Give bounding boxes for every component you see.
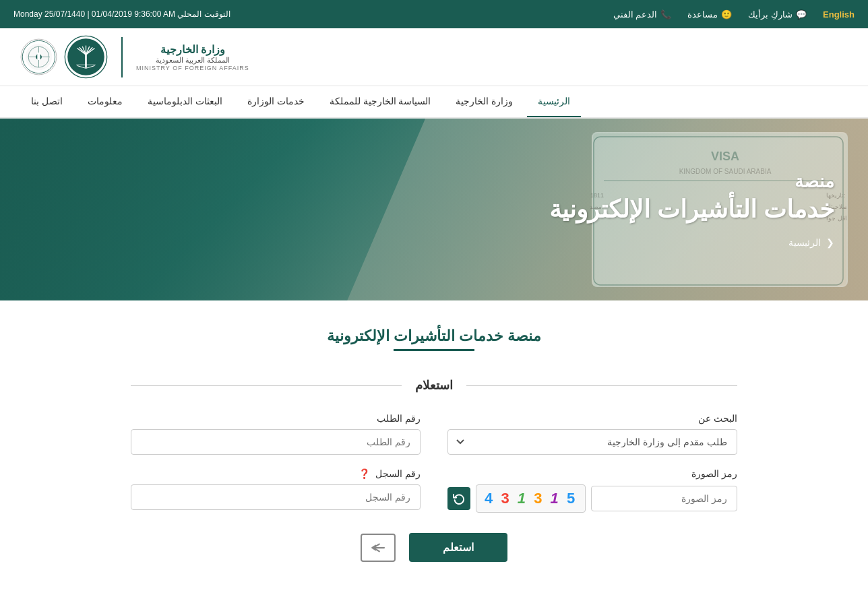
nav-item-foreign-policy[interactable]: السياسة الخارجية للمملكة <box>319 86 442 117</box>
share-icon: 💬 <box>796 9 807 20</box>
inquiry-line-left <box>131 385 402 386</box>
captcha-row: 4 3 1 3 1 5 <box>447 484 737 513</box>
inquiry-label: استعلام <box>415 378 453 393</box>
svg-rect-2 <box>85 55 87 68</box>
hero-title-sub: خدمات التأشيرات الإلكترونية <box>549 195 834 224</box>
captcha-refresh-button[interactable] <box>447 487 470 510</box>
support-link[interactable]: 📞 الدعم الفني <box>613 9 672 20</box>
help-icon: 🙂 <box>721 9 732 20</box>
nav-item-info[interactable]: معلومات <box>77 86 133 117</box>
captcha-form-group: رمز الصورة 4 3 1 3 1 5 <box>447 468 737 513</box>
help-link[interactable]: 🙂 مساعدة <box>687 9 732 20</box>
phone-icon: 📞 <box>660 9 671 20</box>
logo-text: وزارة الخارجية المملكة العربية السعودية … <box>136 43 249 71</box>
logo-divider <box>121 37 123 77</box>
nav-item-missions[interactable]: البعثات الدبلوماسية <box>137 86 233 117</box>
captcha-label: رمز الصورة <box>447 468 737 479</box>
request-number-input[interactable] <box>131 429 421 455</box>
breadcrumb-home[interactable]: الرئيسية <box>788 237 821 248</box>
hero-banner: VISA KINGDOM OF SAUDI ARABIA Date: 16/10… <box>0 119 868 300</box>
hero-content: منصة خدمات التأشيرات الإلكترونية ❮ الرئي… <box>516 151 868 268</box>
main-nav: الرئيسية وزارة الخارجية السياسة الخارجية… <box>0 86 868 119</box>
back-button[interactable] <box>361 534 396 562</box>
ministry-seal-icon <box>20 38 57 75</box>
nav-item-ministry[interactable]: وزارة الخارجية <box>445 86 524 117</box>
breadcrumb: ❮ الرئيسية <box>549 237 834 248</box>
captcha-image: 4 3 1 3 1 5 <box>476 484 586 513</box>
record-number-form-group: رقم السجل ❓ <box>131 468 421 513</box>
section-underline <box>394 349 474 351</box>
logo-english-name: MINISTRY OF FOREIGN AFFAIRS <box>136 65 249 71</box>
top-bar-left: English 💬 شاركِ برأيك 🙂 مساعدة 📞 الدعم ا… <box>613 9 855 20</box>
inquiry-divider-row: استعلام <box>131 378 737 393</box>
captcha-input[interactable] <box>591 486 737 511</box>
help-circle-icon[interactable]: ❓ <box>359 468 370 479</box>
nav-item-contact[interactable]: اتصل بنا <box>20 86 73 117</box>
nav-item-home[interactable]: الرئيسية <box>527 86 581 117</box>
hero-title-main: منصة <box>549 171 834 192</box>
record-number-label: رقم السجل ❓ <box>131 468 421 479</box>
english-link[interactable]: English <box>823 9 855 20</box>
inquiry-line-right <box>466 385 737 386</box>
nav-list: الرئيسية وزارة الخارجية السياسة الخارجية… <box>0 86 868 117</box>
main-content: منصة خدمات التأشيرات الإلكترونية استعلام… <box>0 300 868 602</box>
logo-arabic-name: وزارة الخارجية <box>136 43 249 56</box>
page-section-title: منصة خدمات التأشيرات الإلكترونية <box>54 327 814 345</box>
record-number-input[interactable] <box>131 484 421 510</box>
search-label: البحث عن <box>447 413 737 424</box>
breadcrumb-separator: ❮ <box>826 237 834 248</box>
request-number-form-group: رقم الطلب <box>131 413 421 455</box>
inquiry-button[interactable]: استعلم <box>409 533 507 562</box>
logo-area: وزارة الخارجية المملكة العربية السعودية … <box>20 35 249 79</box>
nav-item-services[interactable]: خدمات الوزارة <box>237 86 315 117</box>
header: وزارة الخارجية المملكة العربية السعودية … <box>0 28 868 86</box>
share-opinion-link[interactable]: 💬 شاركِ برأيك <box>748 9 807 20</box>
inquiry-section: استعلام البحث عن طلب مقدم إلى وزارة الخا… <box>131 378 737 562</box>
top-bar: English 💬 شاركِ برأيك 🙂 مساعدة 📞 الدعم ا… <box>0 0 868 28</box>
inquiry-form: البحث عن طلب مقدم إلى وزارة الخارجية طلب… <box>131 413 737 513</box>
logo-arabic-sub: المملكة العربية السعودية <box>136 56 249 65</box>
search-select[interactable]: طلب مقدم إلى وزارة الخارجية طلب آخر <box>447 429 737 455</box>
search-form-group: البحث عن طلب مقدم إلى وزارة الخارجية طلب… <box>447 413 737 455</box>
datetime-display: Monday 25/07/1440 | 01/04/2019 9:36:00 A… <box>13 9 235 19</box>
action-row: استعلم <box>131 533 737 562</box>
svg-rect-20 <box>37 53 40 60</box>
saudi-emblem-icon <box>64 35 108 79</box>
request-number-label: رقم الطلب <box>131 413 421 424</box>
